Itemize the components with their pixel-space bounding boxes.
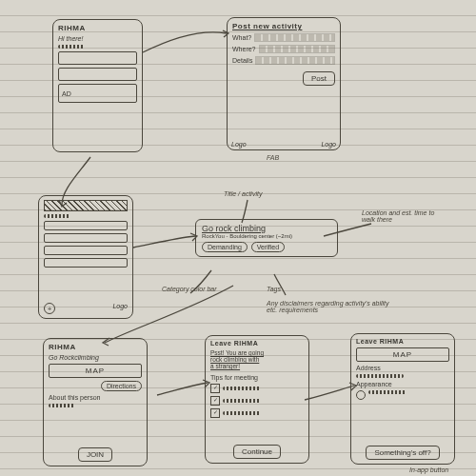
screen-leave-confirm: Leave RIHMA Psst! You are going rock cli… bbox=[205, 335, 309, 464]
post-heading: Post new activity bbox=[232, 22, 335, 30]
activity-subtitle: RockYou - Bouldering center (~2mi) bbox=[202, 233, 331, 239]
home-greeting: Hi there! bbox=[58, 35, 137, 42]
home-card-1[interactable] bbox=[58, 51, 137, 65]
screen-feed: + Logo bbox=[38, 195, 133, 319]
feed-item[interactable] bbox=[44, 258, 128, 268]
home-title: RIHMA bbox=[58, 24, 137, 32]
anno-tags: Tags bbox=[267, 286, 281, 292]
squiggle-icon bbox=[368, 390, 407, 394]
post-label-what: What? bbox=[232, 34, 251, 41]
directions-button[interactable]: Directions bbox=[101, 381, 142, 391]
feed-item[interactable] bbox=[44, 221, 128, 230]
screen-post: Post new activity What? Where? Details P… bbox=[227, 17, 341, 150]
squiggle-icon bbox=[44, 214, 70, 218]
anno-title: Title / activity bbox=[224, 190, 262, 197]
anno-inapp: In-app button bbox=[409, 466, 448, 473]
post-input-where[interactable] bbox=[259, 45, 335, 53]
leave1-title: Leave RIHMA bbox=[210, 340, 304, 347]
fab-icon[interactable]: + bbox=[44, 303, 55, 314]
anno-fab: FAB bbox=[267, 154, 279, 161]
continue-button[interactable]: Continue bbox=[233, 445, 281, 459]
detail-title: RIHMA bbox=[49, 343, 142, 351]
post-submit-button[interactable]: Post bbox=[303, 71, 335, 86]
tip-item bbox=[210, 384, 304, 393]
home-ad-card[interactable]: AD bbox=[58, 84, 137, 103]
feed-item[interactable] bbox=[44, 246, 128, 255]
activity-title: Go rock climbing bbox=[202, 224, 331, 233]
appearance-icon bbox=[356, 390, 366, 400]
post-input-what[interactable] bbox=[254, 33, 335, 42]
about-heading: About this person bbox=[49, 394, 142, 401]
map-block[interactable]: MAP bbox=[356, 347, 449, 362]
anno-location: Location and est. time to walk there bbox=[362, 209, 438, 224]
activity-card[interactable]: Go rock climbing RockYou - Bouldering ce… bbox=[195, 219, 338, 257]
anno-category: Category color bar bbox=[162, 286, 217, 292]
squiggle-icon bbox=[58, 45, 85, 49]
anno-disclaimer: Any disclaimers regarding activity's abi… bbox=[267, 300, 400, 314]
appearance-label: Appearance bbox=[356, 381, 449, 387]
screen-leave-final: Leave RIHMA MAP Address Appearance Somet… bbox=[350, 333, 455, 465]
logo-icon: Logo bbox=[231, 141, 247, 148]
squiggle-icon bbox=[356, 374, 404, 378]
leave2-title: Leave RIHMA bbox=[356, 338, 449, 345]
leave1-warn1: Psst! You are going bbox=[210, 349, 264, 356]
logo-icon: Logo bbox=[321, 141, 336, 148]
tag-verified: Verified bbox=[251, 242, 285, 252]
squiggle-icon bbox=[49, 404, 75, 407]
logo-icon: Logo bbox=[112, 303, 128, 314]
screen-activity-detail: RIHMA Go Rockclimbing MAP Directions Abo… bbox=[43, 338, 148, 466]
tips-heading: Tips for meeting bbox=[210, 374, 304, 381]
post-label-details: Details bbox=[232, 57, 252, 64]
post-input-details[interactable] bbox=[255, 56, 335, 65]
home-card-2[interactable] bbox=[58, 68, 137, 81]
tag-demanding: Demanding bbox=[202, 242, 248, 252]
detail-activity: Go Rockclimbing bbox=[49, 354, 142, 361]
ad-label: AD bbox=[62, 90, 71, 97]
map-block[interactable]: MAP bbox=[49, 364, 142, 378]
post-label-where: Where? bbox=[232, 46, 256, 52]
join-button[interactable]: JOIN bbox=[78, 447, 112, 462]
screen-home: RIHMA Hi there! AD bbox=[52, 19, 143, 152]
feed-item[interactable] bbox=[44, 233, 128, 243]
tip-item bbox=[210, 396, 304, 406]
feed-header-image bbox=[44, 200, 128, 211]
tip-item bbox=[210, 408, 304, 418]
leave1-warn2: rock climbing with bbox=[210, 356, 259, 363]
address-label: Address bbox=[356, 365, 449, 371]
leave1-warn3: a stranger! bbox=[210, 363, 240, 369]
sos-button[interactable]: Something's off? bbox=[366, 446, 439, 460]
